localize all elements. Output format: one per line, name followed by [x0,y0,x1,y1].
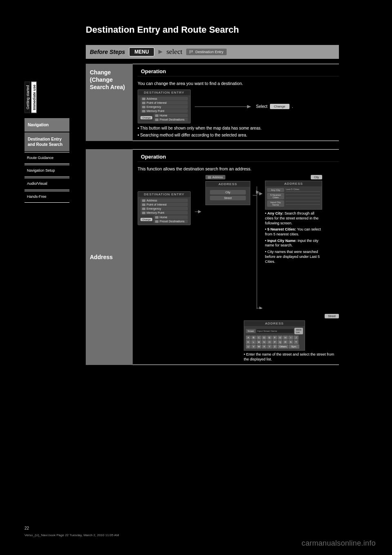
address-chip[interactable]: Address [205,175,225,179]
de-item-label: Preset Destinations [160,118,185,121]
key[interactable]: D [262,336,267,340]
screenshot-address-keyboard: ADDRESS Street Input Street Name 0000 Li… [244,320,305,351]
side-item-audio[interactable]: Audio/Visual [24,178,69,190]
de-item-label: Memory Point [147,110,164,112]
input-city-name-btn[interactable]: Input City Name [267,200,284,207]
de2-item-memory[interactable]: Memory Point [140,211,188,215]
page-number: 22 [24,526,29,530]
city-note-inputcity: • Input City Name: Input the city name f… [265,239,322,248]
pin-icon [142,212,145,214]
side-item-guide[interactable]: Route Guidance [24,152,69,164]
key[interactable]: L [251,340,256,344]
any-city-btn[interactable]: Any City [267,188,284,192]
key[interactable]: A [246,336,251,340]
key[interactable]: U [246,345,251,349]
before-steps-bar: Before Steps MENU select Destination Ent… [86,45,339,59]
kb-list-btn[interactable]: 0000 List [294,328,303,334]
de-item-emergency[interactable]: Emergency [140,105,188,109]
de2-item-emergency[interactable]: Emergency [140,207,188,210]
de-item-preset[interactable]: Preset Destinations [154,118,188,121]
svg-marker-1 [247,105,251,108]
side-item-setup[interactable]: Navigation Setup [24,165,69,177]
house-icon [208,176,211,179]
poi-icon [142,102,145,104]
street-chip[interactable]: Street [325,314,339,318]
key[interactable]: Q [278,340,283,344]
de2-change-btn[interactable]: Change [140,218,152,221]
select-label: select [167,48,183,56]
de-item-label: Emergency [147,207,161,210]
change-note-1: • This button will be shown only when th… [138,126,339,130]
key[interactable]: P [272,340,277,344]
key[interactable]: T [294,340,298,344]
key[interactable]: V [251,345,256,349]
key[interactable]: G [278,336,283,340]
svg-marker-3 [198,210,201,213]
de2-item-poi[interactable]: Point of Interest [140,203,188,206]
section-address: Address Operation This function allows t… [86,149,339,365]
section-change: Change (Change Search Area) Operation Yo… [86,64,339,141]
key-others[interactable]: Others [278,345,288,349]
de2-item-home[interactable]: Home [154,215,188,219]
watermark: carmanualsonline.info [302,539,376,548]
star-icon [155,220,158,223]
nearest-cities-btn[interactable]: 5 Nearest Cities [267,193,284,199]
key[interactable]: K [246,340,251,344]
de-item-memory[interactable]: Memory Point [140,109,188,113]
de-item-label: Preset Destinations [160,220,185,223]
address-city-btn[interactable]: City [210,190,246,195]
de-item-address[interactable]: Address [140,97,188,101]
de-item-home[interactable]: Home [154,114,188,117]
key[interactable]: Z [272,345,277,349]
key[interactable]: E [267,336,272,340]
city-chip[interactable]: City [311,175,322,179]
key[interactable]: C [256,336,261,340]
key[interactable]: H [283,336,288,340]
keyboard-keys: A B C D E F G H I J K L [246,336,303,349]
kb-input[interactable]: Input Street Name [256,329,294,333]
sidetab-immediate-use[interactable]: Immediate use [31,82,37,113]
key[interactable]: O [267,340,272,344]
last5-row[interactable] [286,198,320,201]
svg-marker-8 [259,307,263,309]
flow-arrow-icon [195,210,201,214]
side-item-handsfree[interactable]: Hands-Free [24,191,69,203]
de-change-btn[interactable]: Change [140,116,152,119]
key[interactable]: Y [267,345,272,349]
side-item-dest[interactable]: Destination Entry and Route Search [24,132,69,151]
key[interactable]: N [262,340,267,344]
svg-marker-6 [259,192,263,195]
key[interactable]: S [288,340,293,344]
key[interactable]: B [251,336,256,340]
de2-item-address[interactable]: Address [140,199,188,202]
key[interactable]: J [294,336,298,340]
last5-header: Last 5 Cities [286,188,320,190]
city-note-5nearest: • 5 Nearest Cities: You can select from … [265,227,322,237]
last5-row[interactable] [286,204,320,208]
de2-item-preset[interactable]: Preset Destinations [154,219,188,223]
key[interactable]: I [288,336,293,340]
screenshot-destination-entry-1: DESTINATION ENTRY Address Point of Inter… [138,90,191,123]
change-chip[interactable]: Change [270,104,290,109]
key[interactable]: W [256,345,261,349]
menu-button[interactable]: MENU [129,47,154,56]
key[interactable]: M [256,340,261,344]
screenshot-destination-entry-2: DESTINATION ENTRY Address Point of Inter… [138,191,191,225]
change-note-2: • Searching method will differ according… [138,133,339,137]
last5-row[interactable] [286,195,320,198]
de-item-poi[interactable]: Point of Interest [140,101,188,105]
pin-icon [142,110,145,112]
key-sym[interactable]: Sym. [289,345,299,349]
key[interactable]: R [283,340,288,344]
address-desc: This function allows the destination sea… [138,166,339,172]
last5-row[interactable] [286,191,320,195]
destination-entry-chip[interactable]: Destination Entry [186,49,227,55]
sidetab-getting-started[interactable]: Getting started [24,82,30,113]
last5-row[interactable] [286,201,320,204]
branch-connector [253,186,263,310]
svg-marker-4 [256,190,259,194]
key[interactable]: F [272,336,277,340]
flag-icon [189,50,194,54]
address-street-btn[interactable]: Street [210,196,246,200]
key[interactable]: X [262,345,267,349]
